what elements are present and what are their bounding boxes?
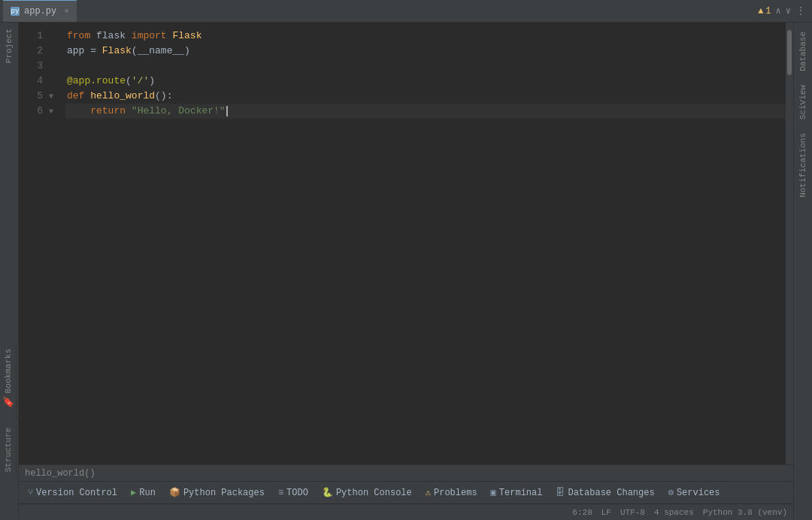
- toolbar-run[interactable]: ▶ Run: [125, 482, 162, 503]
- toolbar-database-changes[interactable]: 🗄 Database Changes: [550, 482, 660, 503]
- token-space2: [167, 29, 173, 44]
- scroll-thumb[interactable]: [787, 30, 792, 75]
- code-line-1: from flask import Flask: [65, 29, 786, 44]
- token-space3: [84, 89, 90, 104]
- token-import: import: [132, 29, 167, 44]
- todo-icon: ≡: [278, 488, 283, 498]
- database-changes-icon: 🗄: [556, 487, 565, 498]
- project-panel-label[interactable]: Project: [5, 23, 14, 69]
- main-area: Project 1 2 3 4 5 6 ▼: [0, 23, 812, 520]
- problems-icon: ⚠: [426, 487, 431, 498]
- chevron-up-icon[interactable]: ∧: [776, 5, 781, 17]
- token-app: app: [67, 44, 84, 59]
- toolbar-terminal[interactable]: ▣ Terminal: [485, 482, 549, 503]
- fold-marker-def[interactable]: ▼: [49, 92, 53, 101]
- toolbar-services[interactable]: ⚙ Services: [662, 482, 726, 503]
- services-icon: ⚙: [668, 487, 674, 498]
- status-indent[interactable]: 4 spaces: [654, 508, 694, 517]
- code-line-5: def hello_world():: [65, 89, 786, 104]
- token-paren-close: ): [184, 44, 190, 59]
- structure-panel[interactable]: Structure: [0, 425, 17, 477]
- more-options-icon[interactable]: ⋮: [795, 5, 806, 17]
- bookmark-icon: 🔖: [2, 396, 14, 408]
- token-dec-close: ): [149, 74, 155, 89]
- python-packages-icon: 📦: [169, 487, 180, 498]
- toolbar-python-console[interactable]: 🐍 Python Console: [316, 482, 418, 503]
- toolbar-version-control-label: Version Control: [36, 488, 117, 498]
- toolbar-run-label: Run: [139, 488, 156, 498]
- code-line-6: return "Hello, Docker!": [65, 104, 786, 119]
- toolbar-todo[interactable]: ≡ TODO: [272, 482, 314, 503]
- tab-file-icon: py: [11, 7, 20, 16]
- vertical-scrollbar[interactable]: [786, 23, 793, 464]
- code-content[interactable]: from flask import Flask app = Flask(__na…: [62, 23, 786, 464]
- run-icon: ▶: [131, 487, 136, 498]
- bookmarks-panel[interactable]: Bookmarks 🔖: [0, 346, 17, 421]
- line-numbers: 1 2 3 4 5 6: [19, 23, 49, 464]
- tab-bar-actions: ▲ 1 ∧ ∨ ⋮: [758, 5, 812, 17]
- warning-count[interactable]: ▲ 1: [758, 6, 771, 17]
- fold-markers: ▼ ▼: [49, 23, 62, 464]
- status-position[interactable]: 6:28: [572, 508, 592, 517]
- toolbar-problems-label: Problems: [434, 488, 477, 498]
- breadcrumb-bar: hello_world(): [19, 464, 793, 481]
- code-line-3: [65, 59, 786, 74]
- toolbar-python-packages[interactable]: 📦 Python Packages: [163, 482, 271, 503]
- token-indent: [67, 104, 90, 119]
- version-control-icon: ⑂: [28, 488, 33, 498]
- toolbar-database-changes-label: Database Changes: [568, 488, 654, 498]
- text-cursor: [226, 106, 228, 116]
- code-line-4: @app.route('/'): [65, 74, 786, 89]
- token-space1: flask: [90, 29, 132, 44]
- toolbar-python-packages-label: Python Packages: [183, 488, 265, 498]
- warning-number: 1: [765, 6, 771, 17]
- right-sidebar: Database SciView Notifications: [793, 23, 812, 520]
- python-console-icon: 🐍: [322, 487, 333, 498]
- breadcrumb-function: hello_world(): [25, 468, 95, 479]
- token-paren-open: (: [132, 44, 138, 59]
- sidebar-item-sciview[interactable]: SciView: [795, 79, 810, 125]
- status-line-ending[interactable]: LF: [601, 508, 611, 517]
- token-from: from: [67, 29, 90, 44]
- tab-app-py[interactable]: py app.py ×: [3, 0, 77, 22]
- toolbar-version-control[interactable]: ⑂ Version Control: [22, 482, 123, 503]
- structure-label[interactable]: Structure: [2, 425, 14, 475]
- token-dec-paren: (: [126, 74, 132, 89]
- toolbar-todo-label: TODO: [286, 488, 308, 498]
- token-flask-class: Flask: [172, 29, 201, 44]
- toolbar-terminal-label: Terminal: [499, 488, 543, 498]
- status-encoding[interactable]: UTF-8: [620, 508, 645, 517]
- toolbar-problems[interactable]: ⚠ Problems: [420, 482, 483, 503]
- sidebar-item-notifications[interactable]: Notifications: [795, 127, 810, 204]
- terminal-icon: ▣: [491, 487, 496, 498]
- token-fn-parens: ():: [155, 89, 172, 104]
- toolbar-services-label: Services: [677, 488, 720, 498]
- token-hello-world: hello_world: [90, 89, 155, 104]
- token-space4: [126, 104, 132, 119]
- editor-area: 1 2 3 4 5 6 ▼ ▼: [19, 23, 793, 520]
- token-route-str: '/': [132, 74, 149, 89]
- toolbar-python-console-label: Python Console: [336, 488, 412, 498]
- tab-close-button[interactable]: ×: [64, 7, 69, 16]
- tab-label: app.py: [24, 6, 56, 17]
- bookmarks-label[interactable]: Bookmarks: [2, 346, 14, 396]
- fold-marker-return[interactable]: ▼: [49, 107, 53, 116]
- token-decorator: @app.route: [67, 74, 126, 89]
- token-flask2: Flask: [102, 44, 132, 59]
- status-interpreter[interactable]: Python 3.8 (venv): [703, 508, 787, 517]
- token-name: __name__: [138, 44, 184, 59]
- token-hello-docker: "Hello, Docker!": [132, 104, 226, 119]
- code-line-2: app = Flask(__name__): [65, 44, 786, 59]
- warning-triangle-icon: ▲: [758, 6, 763, 17]
- chevron-down-icon[interactable]: ∨: [786, 5, 791, 17]
- token-return: return: [90, 104, 126, 119]
- sidebar-item-database[interactable]: Database: [795, 26, 810, 77]
- tab-bar: py app.py × ▲ 1 ∧ ∨ ⋮: [0, 0, 812, 23]
- bottom-toolbar: ⑂ Version Control ▶ Run 📦 Python Package…: [19, 481, 793, 503]
- token-eq: =: [84, 44, 102, 59]
- code-editor[interactable]: 1 2 3 4 5 6 ▼ ▼: [19, 23, 793, 464]
- status-bar: 6:28 LF UTF-8 4 spaces Python 3.8 (venv): [19, 503, 793, 520]
- token-def: def: [67, 89, 84, 104]
